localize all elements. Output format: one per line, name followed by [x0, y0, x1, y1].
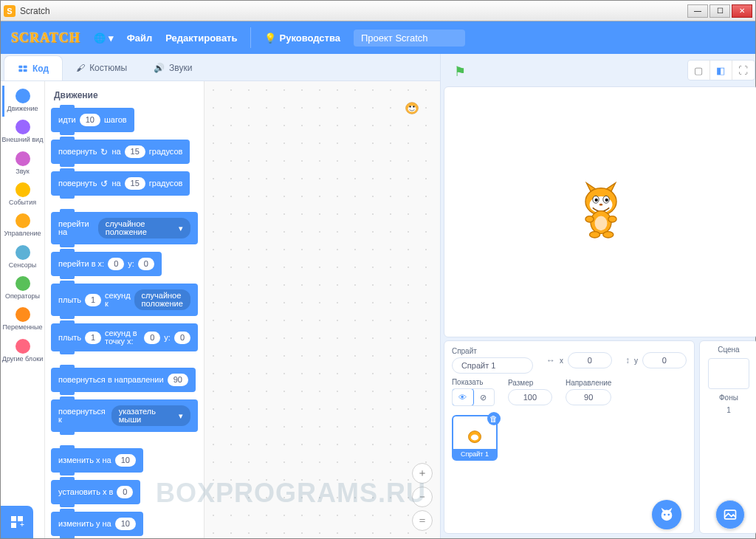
edit-menu[interactable]: Редактировать [165, 32, 237, 44]
file-menu[interactable]: Файл [127, 32, 153, 44]
add-backdrop-button[interactable] [715, 500, 745, 529]
block-set-x[interactable]: установить x в 0 [51, 480, 140, 504]
cat-face-icon [659, 507, 675, 523]
stage-thumbnail[interactable] [708, 358, 749, 389]
tutorials-menu[interactable]: 💡Руководства [264, 32, 340, 44]
tab-costumes[interactable]: 🖌 Костюмы [63, 55, 140, 80]
svg-text:+: + [20, 521, 24, 529]
svg-point-28 [664, 514, 666, 516]
stage-heading: Сцена [718, 346, 739, 354]
menu-separator [250, 27, 251, 48]
category-motion[interactable]: Движение [2, 86, 44, 117]
tab-code[interactable]: Код [4, 55, 63, 80]
sprite-size-input[interactable]: 100 [508, 389, 552, 405]
block-turn-ccw[interactable]: повернуть ↺ на 15 градусов [51, 171, 190, 196]
svg-point-24 [603, 232, 614, 238]
tab-costumes-label: Костюмы [89, 63, 127, 73]
block-point-direction[interactable]: повернуться в направлении 90 [51, 368, 196, 392]
backdrop-count: 1 [726, 406, 731, 414]
language-menu[interactable]: 🌐 ▾ [94, 32, 114, 44]
category-sensing[interactable]: Сенсоры [2, 242, 44, 273]
zoom-out-button[interactable]: － [412, 487, 433, 507]
svg-point-22 [608, 216, 616, 222]
looks-dot-icon [16, 120, 30, 134]
stage-large-button[interactable]: ◧ [710, 61, 732, 80]
left-column: Код 🖌 Костюмы 🔊 Звуки Движение Внешний в… [1, 54, 441, 538]
svg-point-26 [471, 434, 478, 440]
hide-button[interactable]: ⊘ [473, 389, 494, 405]
code-workspace[interactable]: ＋ － ＝ [204, 81, 440, 538]
block-glide-xy[interactable]: плыть 1 секунд в точку x: 0 y: 0 [51, 323, 198, 351]
block-turn-cw[interactable]: повернуть ↻ на 15 градусов [51, 140, 190, 164]
code-icon [18, 63, 28, 74]
point-towards-dropdown[interactable]: указатель мыши ▾ [111, 405, 190, 426]
goto-dropdown[interactable]: случайное положение ▾ [98, 218, 190, 238]
titlebar: S Scratch — ☐ ✕ [1, 1, 755, 21]
visibility-toggle: 👁 ⊘ [452, 388, 495, 406]
svg-rect-10 [11, 523, 16, 528]
svg-point-17 [605, 199, 608, 202]
glide-dropdown[interactable]: случайное положение [134, 289, 190, 310]
svg-rect-3 [24, 69, 27, 72]
sound-dot-icon [16, 151, 30, 166]
tab-sounds-label: Звуки [169, 63, 192, 73]
close-button[interactable]: ✕ [732, 4, 752, 18]
bulb-icon: 💡 [264, 32, 276, 44]
svg-rect-8 [11, 516, 16, 521]
image-icon [723, 507, 738, 522]
scratch-cat-sprite[interactable] [575, 179, 627, 245]
svg-point-6 [409, 106, 410, 107]
category-looks[interactable]: Внешний вид [2, 117, 44, 148]
show-button[interactable]: 👁 [453, 389, 473, 405]
direction-label: Направление [566, 379, 611, 387]
minimize-button[interactable]: — [687, 4, 708, 18]
block-move-steps[interactable]: идти 10 шагов [51, 108, 134, 132]
sprite-watermark-icon [399, 96, 425, 123]
sprite-name-input[interactable]: Спрайт 1 [452, 357, 533, 374]
zoom-in-button[interactable]: ＋ [412, 463, 433, 484]
stage-fullscreen-button[interactable]: ⛶ [732, 61, 755, 80]
block-goto-xy[interactable]: перейти в x: 0 y: 0 [51, 252, 162, 276]
block-change-x[interactable]: изменить x на 10 [51, 448, 143, 473]
svg-point-21 [585, 216, 594, 222]
extensions-icon: + [10, 515, 24, 529]
category-sound[interactable]: Звук [2, 148, 44, 179]
block-glide[interactable]: плыть 1 секунд к случайное положение [51, 284, 198, 316]
block-goto[interactable]: перейти на случайное положение ▾ [51, 212, 198, 244]
app-icon: S [4, 5, 16, 17]
extensions-button[interactable]: + [1, 506, 33, 538]
sprite-x-input[interactable]: 0 [568, 352, 612, 368]
brush-icon: 🖌 [76, 63, 85, 73]
category-variables[interactable]: Переменные [2, 304, 44, 335]
svg-point-15 [595, 199, 598, 202]
sprite-y-input[interactable]: 0 [642, 352, 687, 368]
green-flag-button[interactable]: ⚑ [454, 63, 467, 77]
rotate-ccw-icon: ↺ [100, 179, 108, 188]
window-controls: — ☐ ✕ [687, 4, 752, 18]
app-window: S Scratch — ☐ ✕ SCRATCH 🌐 ▾ Файл Редакти… [0, 0, 756, 539]
add-sprite-button[interactable] [652, 500, 681, 529]
delete-sprite-button[interactable]: 🗑 [487, 412, 501, 425]
zoom-reset-button[interactable]: ＝ [412, 510, 433, 531]
block-change-y[interactable]: изменить y на 10 [51, 512, 143, 536]
category-myblocks[interactable]: Другие блоки [2, 336, 44, 367]
maximize-button[interactable]: ☐ [709, 4, 730, 18]
category-control[interactable]: Управление [2, 210, 44, 241]
sprite-direction-input[interactable]: 90 [566, 389, 611, 405]
category-operators[interactable]: Операторы [2, 273, 44, 304]
category-events[interactable]: События [2, 179, 44, 210]
project-name-input[interactable]: Проект Scratch [354, 30, 465, 47]
stage[interactable] [444, 86, 756, 337]
svg-rect-1 [24, 65, 27, 68]
stage-small-button[interactable]: ▢ [688, 61, 710, 80]
tab-sounds[interactable]: 🔊 Звуки [140, 55, 205, 80]
palette-heading: Движение [54, 90, 198, 100]
editor-tabs: Код 🖌 Костюмы 🔊 Звуки [1, 54, 440, 80]
svg-point-23 [590, 232, 600, 238]
zoom-controls: ＋ － ＝ [412, 463, 433, 531]
blocks-palette[interactable]: Движение идти 10 шагов повернуть ↻ на 15… [45, 81, 204, 538]
block-point-towards[interactable]: повернуться к указатель мыши ▾ [51, 399, 198, 432]
stop-button[interactable] [475, 63, 488, 77]
sprite-card[interactable]: 🗑 Спрайт 1 [452, 415, 498, 461]
sprite-list: 🗑 Спрайт 1 [452, 415, 687, 461]
